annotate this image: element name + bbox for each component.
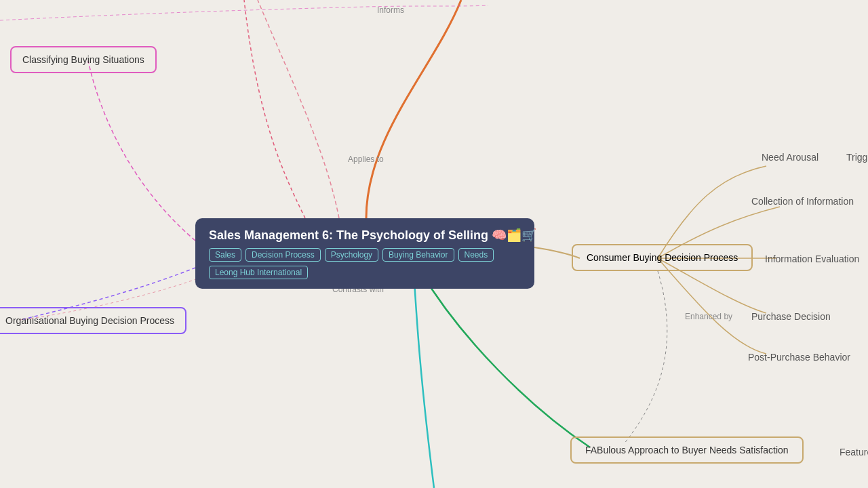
tag-decision-process[interactable]: Decision Process (245, 248, 321, 262)
tag-buying-behavior[interactable]: Buying Behavior (382, 248, 454, 262)
main-node-title: Sales Management 6: The Psychology of Se… (209, 228, 536, 243)
mind-map-canvas: Informs Applies to Contrasts with Enhanc… (0, 0, 868, 488)
label-informs: Informs (377, 5, 404, 15)
label-enhanced-by: Enhanced by (685, 312, 732, 321)
node-consumer-buying-decision-process[interactable]: Consumer Buying Decision Process (572, 244, 753, 271)
tag-sales[interactable]: Sales (209, 248, 241, 262)
tag-needs[interactable]: Needs (458, 248, 494, 262)
node-post-purchase-behavior[interactable]: Post-Purchase Behavior (743, 349, 856, 365)
tag-leong-hub[interactable]: Leong Hub International (209, 266, 308, 279)
label-applies-to: Applies to (348, 155, 384, 164)
node-feature-advantage[interactable]: Feature-Adva... (834, 444, 868, 460)
main-node-title-row: Sales Management 6: The Psychology of Se… (209, 228, 521, 243)
fabulous-label: FABulous Approach to Buyer Needs Satisfa… (585, 445, 789, 455)
node-classifying-buying-situations[interactable]: Classifying Buying Situations (10, 46, 157, 73)
node-information-evaluation[interactable]: Information Evaluation (760, 251, 865, 267)
node-organisational-buying-decision-process[interactable]: Organisational Buying Decision Process (0, 307, 186, 334)
org-label: Organisational Buying Decision Process (5, 315, 174, 326)
main-node[interactable]: Sales Management 6: The Psychology of Se… (195, 218, 534, 289)
consumer-label: Consumer Buying Decision Process (587, 252, 738, 263)
node-purchase-decision[interactable]: Purchase Decision (746, 308, 836, 325)
tag-psychology[interactable]: Psychology (325, 248, 378, 262)
node-triggers[interactable]: Triggers (841, 149, 868, 165)
classifying-label: Classifying Buying Situations (22, 54, 144, 65)
node-collection-of-information[interactable]: Collection of Information (746, 193, 859, 209)
tags-row: Sales Decision Process Psychology Buying… (209, 248, 521, 279)
node-fabulous-approach[interactable]: FABulous Approach to Buyer Needs Satisfa… (570, 436, 804, 464)
node-need-arousal[interactable]: Need Arousal (756, 149, 824, 165)
